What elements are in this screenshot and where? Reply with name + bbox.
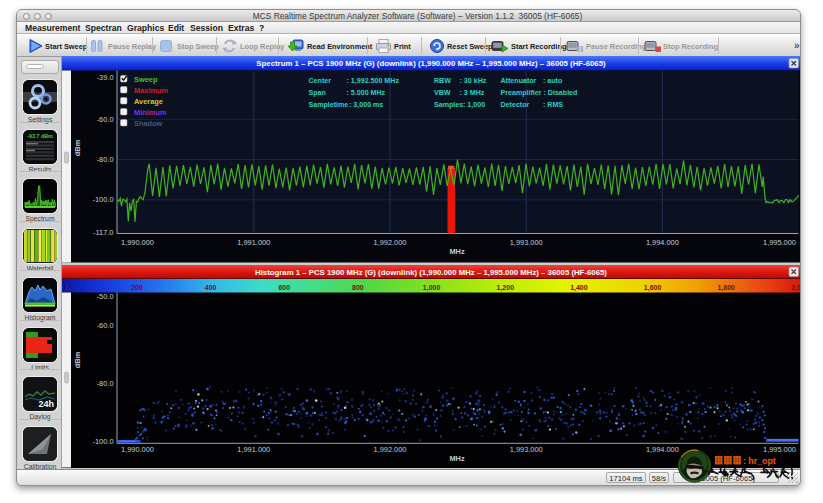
svg-text:RBW: RBW xyxy=(434,77,451,85)
svg-text:Minimum: Minimum xyxy=(134,108,167,117)
svg-text:: 5.000 MHz: : 5.000 MHz xyxy=(347,89,386,97)
svg-text:: hr_opt: : hr_opt xyxy=(743,456,776,466)
svg-text:Maximum: Maximum xyxy=(134,86,169,95)
svg-text:400: 400 xyxy=(205,284,217,291)
svg-text:200: 200 xyxy=(131,284,143,291)
svg-text:-50.0: -50.0 xyxy=(97,292,114,301)
svg-text:-80.0: -80.0 xyxy=(97,155,114,164)
svg-text:24h: 24h xyxy=(38,399,54,409)
svg-text:1,991.000: 1,991.000 xyxy=(237,238,270,247)
svg-text:1,400: 1,400 xyxy=(570,284,588,292)
svg-text:Sampletime: Sampletime xyxy=(309,101,349,109)
svg-text:: Disabled: : Disabled xyxy=(544,89,578,97)
svg-text:: 3,000 ms: : 3,000 ms xyxy=(349,101,383,109)
svg-text:Center: Center xyxy=(309,77,332,85)
svg-text:Sweep: Sweep xyxy=(134,75,158,84)
svg-text:1,800: 1,800 xyxy=(717,284,735,292)
svg-text:-100.0: -100.0 xyxy=(93,437,114,446)
svg-text:-60.0: -60.0 xyxy=(97,321,114,330)
svg-text:: 30 kHz: : 30 kHz xyxy=(460,77,487,85)
svg-text:1,991.000: 1,991.000 xyxy=(237,445,270,454)
svg-text:-117.0: -117.0 xyxy=(93,228,113,237)
svg-text:dBm: dBm xyxy=(73,139,82,156)
svg-text:1,990.000: 1,990.000 xyxy=(121,445,154,454)
svg-text:: 1,000: : 1,000 xyxy=(463,101,485,109)
svg-text:MHz: MHz xyxy=(449,454,464,463)
svg-text:800: 800 xyxy=(352,284,364,291)
svg-text:1,995.000: 1,995.000 xyxy=(763,238,796,247)
svg-text:Preamplifier: Preamplifier xyxy=(501,89,542,97)
svg-text:: 3 MHz: : 3 MHz xyxy=(460,89,485,97)
svg-text:-93.7 dBm: -93.7 dBm xyxy=(27,132,53,138)
svg-text:Detector: Detector xyxy=(501,101,530,109)
svg-text:-100.0: -100.0 xyxy=(93,195,114,204)
svg-text:1,993.000: 1,993.000 xyxy=(510,238,543,247)
svg-text:VBW: VBW xyxy=(434,89,451,97)
svg-text:2,000: 2,000 xyxy=(791,284,800,292)
svg-text:Spectrum 1 – PCS 1900 MHz (G): Spectrum 1 – PCS 1900 MHz (G) (downlink)… xyxy=(256,59,606,68)
svg-text:1,992.000: 1,992.000 xyxy=(374,238,407,247)
svg-text:1,000: 1,000 xyxy=(423,284,441,292)
svg-text:dBm: dBm xyxy=(73,351,82,368)
svg-text:Span: Span xyxy=(309,89,326,97)
svg-text:Shadow: Shadow xyxy=(134,119,163,128)
svg-text:Histogram 1 – PCS 1900 MHz (G): Histogram 1 – PCS 1900 MHz (G) (downlink… xyxy=(255,268,607,277)
svg-text:1,993.000: 1,993.000 xyxy=(510,445,543,454)
svg-text:Average: Average xyxy=(134,97,163,106)
svg-text:600: 600 xyxy=(278,284,290,291)
svg-text:: RMS: : RMS xyxy=(543,101,563,109)
svg-text:: 1,992.500 MHz: : 1,992.500 MHz xyxy=(347,77,400,85)
svg-text:1,992.000: 1,992.000 xyxy=(374,445,407,454)
svg-text:1,200: 1,200 xyxy=(497,284,515,292)
svg-text:1,600: 1,600 xyxy=(644,284,662,292)
svg-text:1,990.000: 1,990.000 xyxy=(121,238,154,247)
svg-text:Samples: Samples xyxy=(434,101,463,109)
svg-text:-60.0: -60.0 xyxy=(97,115,114,124)
svg-text:: auto: : auto xyxy=(543,77,563,85)
svg-text:MHz: MHz xyxy=(449,247,464,256)
svg-text:Attenuator: Attenuator xyxy=(501,77,537,85)
svg-text:-39.0: -39.0 xyxy=(97,73,114,82)
svg-text:1: 1 xyxy=(64,284,68,291)
svg-text:1,994.000: 1,994.000 xyxy=(646,238,679,247)
svg-text:-80.0: -80.0 xyxy=(97,379,114,388)
